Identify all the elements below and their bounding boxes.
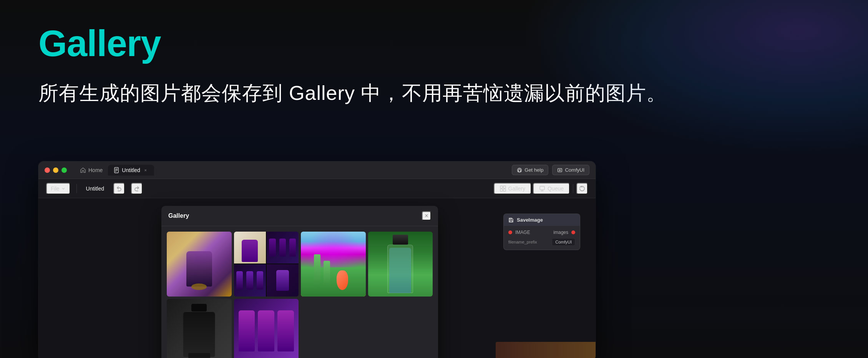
undo-button[interactable]	[113, 183, 125, 194]
tab-home-label: Home	[88, 167, 103, 173]
gallery-item-5[interactable]	[167, 299, 232, 358]
node-header: SaveImage	[504, 214, 580, 226]
redo-button[interactable]	[131, 183, 143, 194]
toolbar-separator-1	[76, 184, 77, 193]
main-content: Gallery ×	[38, 198, 596, 358]
svg-rect-6	[520, 171, 521, 172]
svg-rect-14	[510, 218, 511, 219]
gallery-modal-close-button[interactable]: ×	[422, 211, 431, 220]
node-image-label: IMAGE	[515, 230, 530, 235]
node-body: IMAGE images filename_prefix ComfyUI	[504, 226, 580, 250]
queue-icon	[539, 186, 545, 192]
queue-label: Queue	[548, 186, 564, 192]
chevron-down-icon	[61, 186, 66, 191]
get-help-button[interactable]: Get help	[512, 165, 548, 175]
headphones-icon	[517, 167, 522, 173]
file-label: File	[51, 186, 60, 192]
node-filename-field: filename_prefix ComfyUI	[508, 238, 575, 246]
toolbar: File Untitled	[38, 179, 596, 198]
svg-rect-12	[540, 186, 544, 190]
file-menu-button[interactable]: File	[46, 183, 70, 194]
maximize-button[interactable]	[61, 167, 67, 173]
title-bar: Home Untitled ×	[38, 161, 596, 179]
app-window: Home Untitled ×	[38, 161, 596, 358]
window-controls	[45, 167, 67, 173]
gallery-item-4[interactable]	[368, 232, 433, 297]
hero-title: Gallery	[38, 23, 830, 64]
save-icon	[508, 217, 514, 223]
home-icon	[80, 167, 86, 173]
tab-close-button[interactable]: ×	[143, 167, 149, 173]
toolbar-right: Gallery Queue	[494, 183, 588, 194]
node-strip	[496, 342, 596, 358]
svg-rect-10	[500, 189, 503, 191]
save-image-node: SaveImage IMAGE images filename_prefix	[503, 214, 580, 250]
reset-button[interactable]	[576, 183, 588, 194]
node-panel: SaveImage IMAGE images filename_prefix	[503, 214, 580, 250]
comfyui-label: ComfyUI	[565, 167, 584, 173]
svg-rect-13	[510, 220, 512, 222]
node-image-row: IMAGE images	[508, 230, 575, 235]
filename-prefix-label: filename_prefix	[508, 240, 537, 244]
hero-section: Gallery 所有生成的图片都会保存到 Gallery 中，不用再苦恼遗漏以前…	[0, 0, 868, 358]
close-icon: ×	[425, 212, 428, 219]
svg-rect-8	[500, 186, 503, 188]
gallery-item-1[interactable]	[167, 232, 232, 297]
gallery-button[interactable]: Gallery	[494, 183, 531, 194]
reset-icon	[579, 185, 586, 192]
gallery-icon	[500, 186, 506, 192]
gallery-modal-title: Gallery	[168, 212, 189, 219]
document-icon	[113, 167, 119, 173]
get-help-label: Get help	[524, 167, 543, 173]
gallery-modal: Gallery ×	[161, 206, 438, 358]
filename-prefix-value: ComfyUI	[552, 238, 575, 246]
gallery-item-6[interactable]	[234, 299, 299, 358]
node-input-dot	[508, 230, 512, 234]
node-title: SaveImage	[517, 217, 543, 223]
gallery-label: Gallery	[508, 186, 525, 192]
node-output-dot	[571, 230, 575, 234]
redo-icon	[133, 185, 140, 192]
gallery-grid	[161, 226, 438, 358]
undo-icon	[116, 185, 123, 192]
gallery-item-3[interactable]	[301, 232, 366, 297]
title-bar-right: Get help ComfyUI	[512, 165, 589, 175]
hero-subtitle: 所有生成的图片都会保存到 Gallery 中，不用再苦恼遗漏以前的图片。	[38, 79, 830, 107]
queue-button[interactable]: Queue	[533, 183, 570, 194]
close-button[interactable]	[45, 167, 50, 173]
tab-home[interactable]: Home	[75, 165, 108, 176]
toolbar-separator-2	[573, 184, 573, 193]
minimize-button[interactable]	[53, 167, 58, 173]
tab-untitled[interactable]: Untitled ×	[108, 165, 154, 176]
svg-rect-11	[503, 189, 506, 191]
gallery-modal-header: Gallery ×	[161, 206, 438, 226]
workflow-title: Untitled	[83, 186, 107, 192]
comfyui-icon	[557, 167, 563, 173]
comfyui-button[interactable]: ComfyUI	[552, 165, 589, 175]
tab-untitled-label: Untitled	[122, 167, 140, 173]
svg-rect-5	[518, 171, 519, 172]
gallery-item-2[interactable]	[234, 232, 299, 297]
svg-rect-9	[503, 186, 506, 188]
node-images-label: images	[553, 230, 568, 235]
